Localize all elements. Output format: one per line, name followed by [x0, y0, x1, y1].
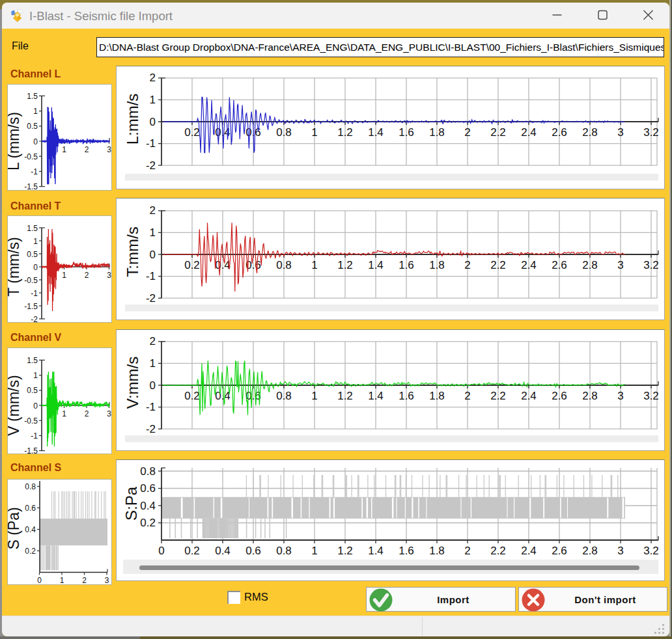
- svg-text:0.8: 0.8: [276, 545, 292, 557]
- svg-text:1.8: 1.8: [429, 545, 445, 557]
- svg-text:1: 1: [150, 357, 156, 370]
- svg-text:1: 1: [33, 371, 38, 380]
- svg-text:1: 1: [33, 237, 38, 246]
- svg-text:-2: -2: [146, 423, 156, 435]
- svg-text:2: 2: [150, 335, 156, 347]
- svg-text:2: 2: [85, 409, 89, 418]
- svg-text:0.2: 0.2: [184, 390, 200, 402]
- svg-text:1.2: 1.2: [337, 545, 353, 557]
- svg-text:3: 3: [107, 145, 111, 154]
- svg-text:0.2: 0.2: [25, 547, 36, 556]
- svg-text:1.8: 1.8: [429, 390, 445, 402]
- svg-text:2: 2: [85, 271, 89, 280]
- svg-text:0.4: 0.4: [140, 500, 156, 512]
- svg-text:0.8: 0.8: [140, 465, 156, 478]
- svg-text:1.5: 1.5: [27, 356, 38, 365]
- svg-text:2.4: 2.4: [521, 390, 537, 402]
- svg-text:1.6: 1.6: [399, 126, 414, 139]
- svg-text:2: 2: [82, 576, 87, 585]
- svg-text:T (mm/s): T (mm/s): [8, 237, 22, 297]
- svg-text:-1: -1: [146, 137, 156, 150]
- svg-text:2.6: 2.6: [552, 126, 567, 139]
- svg-text:-2: -2: [31, 315, 38, 323]
- svg-text:2: 2: [150, 204, 156, 217]
- svg-text:1.8: 1.8: [429, 259, 445, 271]
- svg-text:0.2: 0.2: [184, 126, 200, 139]
- svg-text:3: 3: [617, 126, 623, 139]
- svg-text:0.8: 0.8: [276, 126, 292, 139]
- svg-text:1.6: 1.6: [399, 545, 414, 557]
- svg-text:V:mm/s: V:mm/s: [124, 357, 141, 409]
- svg-text:2.4: 2.4: [521, 259, 537, 271]
- svg-text:-1.5: -1.5: [24, 182, 38, 190]
- svg-text:-0.5: -0.5: [24, 152, 38, 161]
- svg-text:0.2: 0.2: [184, 259, 200, 271]
- svg-text:2.4: 2.4: [521, 545, 537, 557]
- svg-text:0.5: 0.5: [27, 122, 38, 131]
- svg-text:2: 2: [464, 390, 470, 402]
- svg-text:0.4: 0.4: [215, 545, 231, 557]
- svg-text:-2: -2: [146, 159, 156, 172]
- svg-text:3.2: 3.2: [643, 126, 659, 139]
- svg-text:3.2: 3.2: [643, 545, 659, 557]
- svg-text:1.6: 1.6: [399, 259, 414, 271]
- svg-text:-0.5: -0.5: [24, 276, 38, 285]
- svg-text:-1.5: -1.5: [24, 446, 38, 454]
- svg-text:0: 0: [158, 545, 164, 557]
- svg-text:2: 2: [150, 72, 156, 84]
- svg-text:1.6: 1.6: [399, 390, 414, 402]
- svg-text:1: 1: [150, 94, 156, 106]
- svg-text:0.6: 0.6: [140, 482, 156, 495]
- svg-text:2.4: 2.4: [521, 126, 537, 139]
- svg-text:-0.5: -0.5: [24, 416, 38, 426]
- svg-text:3: 3: [617, 390, 623, 402]
- svg-text:1: 1: [311, 126, 317, 139]
- svg-text:S (Pa): S (Pa): [8, 507, 22, 549]
- svg-text:1: 1: [311, 545, 317, 557]
- svg-text:3.2: 3.2: [643, 390, 659, 402]
- svg-text:0.8: 0.8: [276, 390, 292, 402]
- svg-text:0.6: 0.6: [245, 545, 261, 557]
- svg-text:2.2: 2.2: [490, 126, 506, 139]
- svg-text:0.2: 0.2: [184, 545, 200, 557]
- svg-text:0.4: 0.4: [25, 525, 36, 534]
- svg-text:0: 0: [150, 379, 156, 392]
- svg-text:1: 1: [62, 145, 66, 154]
- svg-text:2.6: 2.6: [552, 259, 567, 271]
- svg-text:3: 3: [107, 409, 111, 418]
- svg-text:0.6: 0.6: [25, 504, 36, 513]
- svg-text:2.2: 2.2: [490, 390, 506, 402]
- svg-text:L (mm/s): L (mm/s): [8, 112, 22, 170]
- svg-text:3: 3: [617, 259, 623, 271]
- svg-text:0.4: 0.4: [215, 390, 231, 402]
- svg-text:-1.5: -1.5: [24, 302, 38, 311]
- svg-text:0.4: 0.4: [215, 259, 231, 271]
- svg-text:-1: -1: [31, 289, 38, 298]
- svg-text:2.8: 2.8: [582, 545, 598, 557]
- svg-text:0: 0: [33, 263, 38, 272]
- svg-text:1: 1: [60, 576, 64, 585]
- svg-text:1.2: 1.2: [337, 259, 353, 271]
- svg-text:1: 1: [33, 107, 38, 116]
- svg-text:L:mm/s: L:mm/s: [124, 94, 141, 145]
- svg-text:3: 3: [105, 576, 109, 585]
- svg-text:2.8: 2.8: [582, 259, 598, 271]
- svg-text:1.4: 1.4: [368, 259, 384, 271]
- svg-text:2: 2: [464, 126, 470, 139]
- svg-text:2: 2: [464, 259, 470, 271]
- svg-text:-1: -1: [31, 431, 38, 441]
- svg-text:0.2: 0.2: [140, 517, 156, 529]
- svg-text:2.6: 2.6: [552, 390, 567, 402]
- svg-text:1.4: 1.4: [368, 126, 384, 139]
- svg-text:1.4: 1.4: [368, 545, 384, 557]
- svg-text:1: 1: [62, 271, 66, 280]
- svg-text:-1: -1: [31, 167, 38, 176]
- svg-text:-1: -1: [146, 401, 156, 413]
- svg-text:3.2: 3.2: [643, 259, 659, 271]
- svg-text:T:mm/s: T:mm/s: [124, 226, 141, 277]
- svg-text:2: 2: [464, 545, 470, 557]
- svg-text:-1: -1: [146, 270, 156, 282]
- svg-text:0: 0: [33, 137, 38, 146]
- svg-text:0: 0: [150, 249, 156, 261]
- svg-text:3: 3: [617, 545, 623, 557]
